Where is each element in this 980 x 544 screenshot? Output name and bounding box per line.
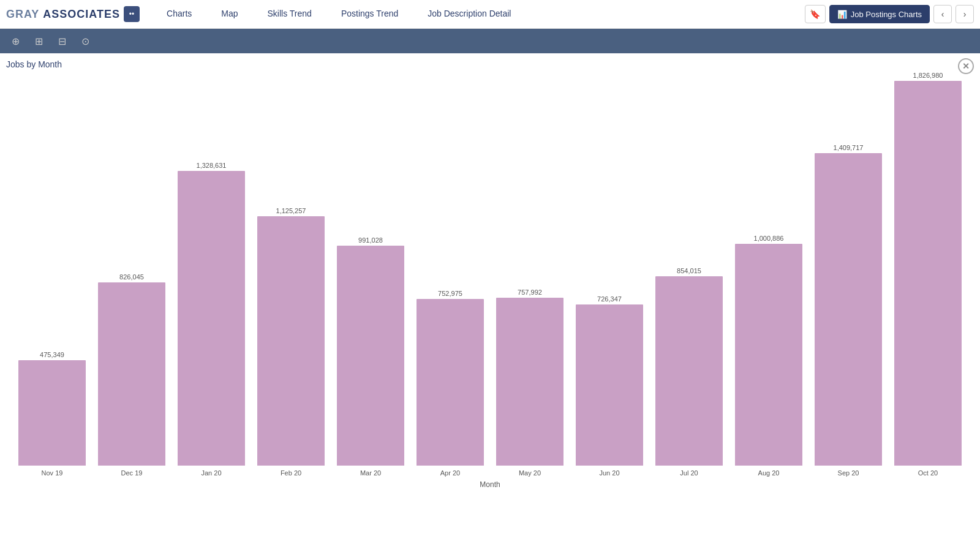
bar-value-8: 854,015: [677, 267, 701, 274]
bar-rect-5[interactable]: [417, 299, 484, 466]
bar-rect-6[interactable]: [496, 298, 564, 466]
bar-rect-0[interactable]: [18, 360, 86, 466]
bar-group-jun-20: 726,347Jun 20: [570, 72, 649, 477]
nav-skills-trend[interactable]: Skills Trend: [253, 0, 326, 29]
bar-label-1: Dec 19: [121, 469, 143, 477]
bar-value-9: 1,000,886: [754, 235, 784, 242]
bar-label-2: Jan 20: [201, 469, 221, 477]
toolbar-btn-1[interactable]: ⊕: [6, 32, 24, 50]
bar-rect-10[interactable]: [815, 153, 883, 466]
bar-value-6: 757,992: [518, 289, 542, 296]
bar-group-feb-20: 1,125,257Feb 20: [251, 72, 331, 477]
active-tab-button[interactable]: 📊 Job Postings Charts: [829, 5, 930, 23]
bar-group-may-20: 757,992May 20: [490, 72, 570, 477]
nav-charts[interactable]: Charts: [152, 0, 206, 29]
bar-group-jul-20: 854,015Jul 20: [649, 72, 729, 477]
bar-group-jan-20: 1,328,631Jan 20: [172, 72, 251, 477]
bar-group-dec-19: 826,045Dec 19: [92, 72, 172, 477]
header-right: 🔖 📊 Job Postings Charts ‹ ›: [805, 5, 974, 23]
bar-label-8: Jul 20: [680, 469, 698, 477]
bar-label-7: Jun 20: [599, 469, 619, 477]
chart-container: 475,349Nov 19826,045Dec 191,328,631Jan 2…: [6, 72, 974, 538]
bar-value-11: 1,826,980: [913, 72, 943, 79]
chart-title: Jobs by Month: [6, 59, 974, 69]
prev-button[interactable]: ‹: [933, 5, 952, 23]
bar-value-10: 1,409,717: [834, 144, 864, 151]
bar-value-0: 475,349: [40, 351, 64, 358]
bar-rect-11[interactable]: [894, 81, 962, 466]
bar-group-aug-20: 1,000,886Aug 20: [729, 72, 809, 477]
bars-wrapper: 475,349Nov 19826,045Dec 191,328,631Jan 2…: [6, 72, 974, 477]
bar-group-oct-20: 1,826,980Oct 20: [888, 72, 968, 477]
bar-value-5: 752,975: [438, 290, 462, 297]
bar-group-apr-20: 752,975Apr 20: [410, 72, 490, 477]
bar-rect-1[interactable]: [98, 282, 166, 466]
bar-rect-3[interactable]: [257, 216, 325, 466]
bookmark-button[interactable]: 🔖: [805, 5, 826, 23]
bar-group-mar-20: 991,028Mar 20: [331, 72, 410, 477]
bar-label-0: Nov 19: [42, 469, 63, 477]
bar-rect-4[interactable]: [337, 246, 405, 466]
nav-job-description-detail[interactable]: Job Description Detail: [413, 0, 526, 29]
toolbar-btn-2[interactable]: ⊞: [29, 32, 48, 50]
bar-label-5: Apr 20: [440, 469, 460, 477]
toolbar: ⊕ ⊞ ⊟ ⊙: [0, 29, 980, 53]
logo-icon: ••: [124, 6, 140, 22]
bar-label-3: Feb 20: [281, 469, 301, 477]
bar-value-2: 1,328,631: [197, 162, 227, 169]
bar-value-7: 726,347: [597, 295, 622, 303]
bar-rect-9[interactable]: [735, 244, 803, 466]
bar-rect-7[interactable]: [576, 304, 644, 466]
logo-associates: ASSOCIATES: [43, 8, 120, 21]
bar-group-nov-19: 475,349Nov 19: [12, 72, 92, 477]
bar-group-sep-20: 1,409,717Sep 20: [809, 72, 888, 477]
bar-label-4: Mar 20: [360, 469, 381, 477]
bar-label-10: Sep 20: [838, 469, 859, 477]
toolbar-btn-3[interactable]: ⊟: [53, 32, 71, 50]
bar-label-6: May 20: [519, 469, 541, 477]
bar-value-1: 826,045: [119, 273, 144, 281]
bar-rect-2[interactable]: [178, 171, 246, 466]
logo: GRAYASSOCIATES ••: [6, 6, 140, 22]
toolbar-btn-4[interactable]: ⊙: [76, 32, 94, 50]
header: GRAYASSOCIATES •• Charts Map Skills Tren…: [0, 0, 980, 29]
nav-map[interactable]: Map: [206, 0, 252, 29]
nav-postings-trend[interactable]: Postings Trend: [326, 0, 413, 29]
next-button[interactable]: ›: [956, 5, 974, 23]
active-tab-icon: 📊: [837, 10, 847, 19]
active-tab-label: Job Postings Charts: [851, 10, 922, 19]
bar-label-9: Aug 20: [758, 469, 780, 477]
bar-rect-8[interactable]: [655, 276, 723, 466]
bar-value-4: 991,028: [358, 236, 383, 244]
bar-label-11: Oct 20: [918, 469, 938, 477]
bar-value-3: 1,125,257: [276, 207, 306, 214]
logo-gray: GRAY: [6, 8, 39, 21]
x-axis-title: Month: [6, 480, 974, 489]
nav-links: Charts Map Skills Trend Postings Trend J…: [152, 0, 805, 29]
chart-area: Jobs by Month ✕ 475,349Nov 19826,045Dec …: [0, 53, 980, 544]
